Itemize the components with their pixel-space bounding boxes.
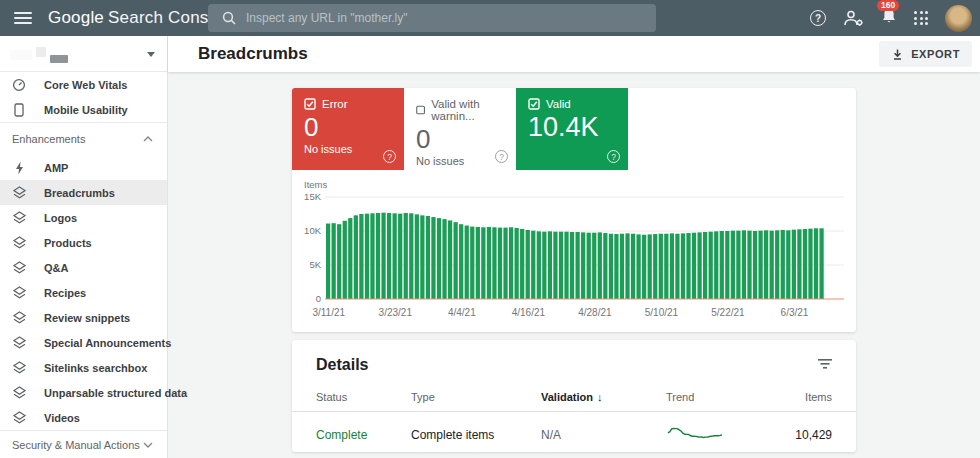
chart-bar[interactable] bbox=[454, 222, 458, 299]
chart-bar[interactable] bbox=[775, 230, 779, 299]
chart-bar[interactable] bbox=[587, 233, 591, 299]
chart-bar[interactable] bbox=[537, 231, 541, 299]
sidebar-item-breadcrumbs[interactable]: Breadcrumbs bbox=[0, 180, 167, 205]
google-apps-grid-icon[interactable] bbox=[914, 11, 928, 25]
chart-bar[interactable] bbox=[675, 234, 679, 299]
chart-bar[interactable] bbox=[642, 235, 646, 299]
chart-bar[interactable] bbox=[808, 229, 812, 299]
chart-bar[interactable] bbox=[354, 215, 358, 299]
chart-bar[interactable] bbox=[742, 230, 746, 299]
chart-bar[interactable] bbox=[614, 234, 618, 299]
chart-bar[interactable] bbox=[770, 231, 774, 299]
chart-bar[interactable] bbox=[459, 224, 463, 299]
hamburger-menu-icon[interactable] bbox=[14, 12, 32, 24]
chart-bar[interactable] bbox=[781, 230, 785, 299]
chart-bar[interactable] bbox=[404, 213, 408, 299]
chart-bar[interactable] bbox=[620, 234, 624, 299]
valid-card[interactable]: Valid 10.4K ? bbox=[516, 88, 628, 170]
url-inspect-searchbox[interactable] bbox=[208, 4, 656, 32]
chart-bar[interactable] bbox=[420, 215, 424, 299]
chart-bar[interactable] bbox=[365, 214, 369, 299]
chart-bar[interactable] bbox=[819, 228, 823, 299]
chart-bar[interactable] bbox=[520, 229, 524, 299]
sidebar-section-security[interactable]: Security & Manual Actions bbox=[0, 430, 167, 458]
chart-bar[interactable] bbox=[664, 234, 668, 299]
chart-bar[interactable] bbox=[387, 213, 391, 299]
chart-bar[interactable] bbox=[393, 213, 397, 299]
chart-bar[interactable] bbox=[792, 230, 796, 299]
sidebar-item-logos[interactable]: Logos bbox=[0, 205, 167, 230]
chart-bar[interactable] bbox=[370, 213, 374, 299]
chart-bar[interactable] bbox=[503, 228, 507, 299]
chart-bar[interactable] bbox=[576, 232, 580, 299]
chart-bar[interactable] bbox=[564, 232, 568, 299]
chart-bar[interactable] bbox=[736, 231, 740, 299]
chart-bar[interactable] bbox=[515, 228, 519, 299]
chart-bar[interactable] bbox=[659, 234, 663, 299]
chart-bar[interactable] bbox=[725, 231, 729, 299]
chart-bar[interactable] bbox=[476, 227, 480, 299]
chart-bar[interactable] bbox=[686, 233, 690, 299]
search-input[interactable] bbox=[246, 11, 656, 25]
property-selector[interactable] bbox=[0, 36, 167, 72]
sidebar-section-enhancements[interactable]: Enhancements bbox=[0, 123, 167, 155]
checked-checkbox-icon[interactable] bbox=[304, 98, 316, 110]
export-button[interactable]: EXPORT bbox=[879, 41, 972, 67]
chart-bar[interactable] bbox=[592, 233, 596, 299]
sidebar-item-special-announcements[interactable]: Special Announcements bbox=[0, 330, 167, 355]
chart-bar[interactable] bbox=[526, 230, 530, 299]
chart-bar[interactable] bbox=[415, 214, 419, 299]
column-header-items[interactable]: Items bbox=[787, 391, 832, 403]
chart-bar[interactable] bbox=[703, 232, 707, 299]
column-header-trend[interactable]: Trend bbox=[666, 391, 787, 403]
user-settings-icon[interactable] bbox=[843, 9, 864, 27]
sidebar-item-core-web-vitals[interactable]: Core Web Vitals bbox=[0, 72, 167, 97]
column-header-type[interactable]: Type bbox=[411, 391, 541, 403]
chart-bar[interactable] bbox=[509, 227, 513, 299]
app-logo[interactable]: GoogleSearch Console bbox=[48, 8, 232, 28]
help-icon[interactable]: ? bbox=[607, 150, 620, 163]
chart-bar[interactable] bbox=[332, 223, 336, 299]
chart-bar[interactable] bbox=[381, 213, 385, 299]
chart-bar[interactable] bbox=[448, 220, 452, 299]
chart-bar[interactable] bbox=[581, 232, 585, 299]
chart-bar[interactable] bbox=[398, 214, 402, 299]
chart-bar[interactable] bbox=[636, 234, 640, 299]
chart-bar[interactable] bbox=[797, 229, 801, 299]
error-card[interactable]: Error 0 No issues ? bbox=[292, 88, 404, 170]
chart-bar[interactable] bbox=[753, 231, 757, 299]
chart-bar[interactable] bbox=[337, 224, 341, 299]
chart-bar[interactable] bbox=[609, 234, 613, 299]
chart-bar[interactable] bbox=[714, 231, 718, 299]
checked-checkbox-icon[interactable] bbox=[528, 98, 540, 110]
chart-bar[interactable] bbox=[786, 230, 790, 299]
chart-bar[interactable] bbox=[348, 218, 352, 299]
chart-bar[interactable] bbox=[326, 224, 330, 299]
chart-bar[interactable] bbox=[692, 233, 696, 299]
sidebar-item-unparsable-structured-data[interactable]: Unparsable structured data bbox=[0, 380, 167, 405]
chart-bar[interactable] bbox=[570, 232, 574, 299]
chart-bar[interactable] bbox=[470, 227, 474, 299]
chart-bar[interactable] bbox=[731, 231, 735, 299]
help-icon[interactable]: ? bbox=[383, 150, 396, 163]
row-status[interactable]: Complete bbox=[316, 428, 411, 442]
chart-bar[interactable] bbox=[559, 232, 563, 299]
sidebar-item-review-snippets[interactable]: Review snippets bbox=[0, 305, 167, 330]
sidebar-item-q-a[interactable]: Q&A bbox=[0, 255, 167, 280]
chart-bar[interactable] bbox=[359, 214, 363, 299]
chart-bar[interactable] bbox=[670, 233, 674, 299]
chart-bar[interactable] bbox=[625, 233, 629, 299]
unchecked-checkbox-icon[interactable] bbox=[416, 104, 425, 116]
chart-bar[interactable] bbox=[747, 231, 751, 299]
chart-bar[interactable] bbox=[709, 232, 713, 299]
sidebar-item-mobile-usability[interactable]: Mobile Usability bbox=[0, 97, 167, 122]
chart-bar[interactable] bbox=[409, 213, 413, 299]
sidebar-item-products[interactable]: Products bbox=[0, 230, 167, 255]
chart-bar[interactable] bbox=[481, 227, 485, 299]
chart-bar[interactable] bbox=[814, 228, 818, 299]
chart-bar[interactable] bbox=[653, 234, 657, 299]
sidebar-item-recipes[interactable]: Recipes bbox=[0, 280, 167, 305]
sidebar-item-amp[interactable]: AMP bbox=[0, 155, 167, 180]
chart-bar[interactable] bbox=[697, 232, 701, 299]
sidebar-item-videos[interactable]: Videos bbox=[0, 405, 167, 430]
